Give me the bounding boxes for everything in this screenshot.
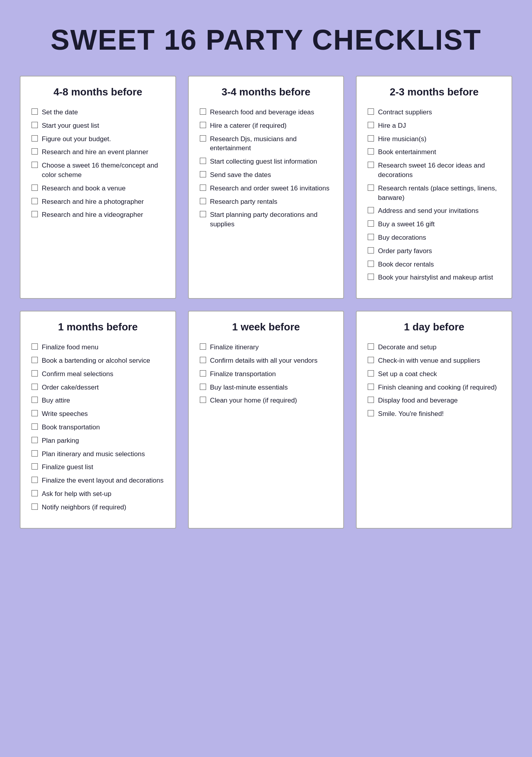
checkbox-icon[interactable]	[32, 108, 38, 115]
list-item[interactable]: Buy decorations	[368, 233, 500, 242]
list-item[interactable]: Finalize guest list	[32, 462, 164, 472]
list-item[interactable]: Research and order sweet 16 invitations	[200, 184, 333, 193]
checkbox-icon[interactable]	[200, 122, 206, 128]
list-item[interactable]: Buy last-minute essentials	[200, 383, 333, 392]
checkbox-icon[interactable]	[368, 384, 374, 390]
checkbox-icon[interactable]	[32, 397, 38, 403]
list-item[interactable]: Finish cleaning and cooking (if required…	[368, 383, 500, 392]
checkbox-icon[interactable]	[32, 410, 38, 416]
list-item[interactable]: Book transportation	[32, 423, 164, 432]
list-item[interactable]: Set the date	[32, 108, 164, 117]
list-item[interactable]: Contract suppliers	[368, 108, 500, 117]
checkbox-icon[interactable]	[200, 185, 206, 191]
list-item[interactable]: Plan parking	[32, 436, 164, 446]
checkbox-icon[interactable]	[368, 234, 374, 240]
checkbox-icon[interactable]	[32, 503, 38, 510]
list-item[interactable]: Research party rentals	[200, 197, 333, 207]
checkbox-icon[interactable]	[368, 108, 374, 115]
checkbox-icon[interactable]	[32, 122, 38, 128]
checkbox-icon[interactable]	[368, 122, 374, 128]
checkbox-icon[interactable]	[200, 397, 206, 403]
list-item[interactable]: Confirm details with all your vendors	[200, 356, 333, 365]
checkbox-icon[interactable]	[32, 198, 38, 204]
list-item[interactable]: Book your hairstylist and makeup artist	[368, 273, 500, 282]
checkbox-icon[interactable]	[32, 490, 38, 496]
list-item[interactable]: Display food and beverage	[368, 396, 500, 405]
checkbox-icon[interactable]	[368, 220, 374, 227]
list-item[interactable]: Book decor rentals	[368, 260, 500, 269]
list-item[interactable]: Research sweet 16 decor ideas and decora…	[368, 161, 500, 180]
list-item[interactable]: Research and hire an event planner	[32, 147, 164, 157]
checkbox-icon[interactable]	[32, 185, 38, 191]
checkbox-icon[interactable]	[368, 370, 374, 377]
checkbox-icon[interactable]	[368, 274, 374, 280]
list-item[interactable]: Order party favors	[368, 246, 500, 256]
list-item[interactable]: Confirm meal selections	[32, 369, 164, 379]
list-item[interactable]: Ask for help with set-up	[32, 489, 164, 499]
checkbox-icon[interactable]	[32, 423, 38, 430]
list-item[interactable]: Finalize food menu	[32, 343, 164, 352]
checkbox-icon[interactable]	[32, 437, 38, 443]
list-item[interactable]: Address and send your invitations	[368, 206, 500, 216]
checkbox-icon[interactable]	[32, 343, 38, 350]
checkbox-icon[interactable]	[368, 343, 374, 350]
checkbox-icon[interactable]	[32, 370, 38, 377]
checkbox-icon[interactable]	[200, 135, 206, 142]
checkbox-icon[interactable]	[200, 198, 206, 204]
list-item[interactable]: Set up a coat check	[368, 369, 500, 379]
list-item[interactable]: Choose a sweet 16 theme/concept and colo…	[32, 161, 164, 180]
list-item[interactable]: Finalize itinerary	[200, 343, 333, 352]
list-item[interactable]: Hire musician(s)	[368, 134, 500, 144]
checkbox-icon[interactable]	[368, 148, 374, 155]
checkbox-icon[interactable]	[32, 477, 38, 483]
list-item[interactable]: Clean your home (if required)	[200, 396, 333, 405]
checkbox-icon[interactable]	[32, 384, 38, 390]
list-item[interactable]: Hire a caterer (if required)	[200, 121, 333, 131]
checkbox-icon[interactable]	[200, 357, 206, 363]
checkbox-icon[interactable]	[32, 162, 38, 168]
list-item[interactable]: Research rentals (place settings, linens…	[368, 184, 500, 203]
list-item[interactable]: Start collecting guest list information	[200, 157, 333, 166]
checkbox-icon[interactable]	[200, 370, 206, 377]
checkbox-icon[interactable]	[368, 185, 374, 191]
list-item[interactable]: Notify neighbors (if required)	[32, 503, 164, 512]
list-item[interactable]: Smile. You're finished!	[368, 409, 500, 419]
list-item[interactable]: Finalize transportation	[200, 369, 333, 379]
list-item[interactable]: Research and book a venue	[32, 184, 164, 193]
list-item[interactable]: Hire a DJ	[368, 121, 500, 131]
list-item[interactable]: Research food and beverage ideas	[200, 108, 333, 117]
list-item[interactable]: Buy a sweet 16 gift	[368, 220, 500, 229]
checkbox-icon[interactable]	[368, 397, 374, 403]
checkbox-icon[interactable]	[32, 463, 38, 470]
checkbox-icon[interactable]	[368, 261, 374, 267]
list-item[interactable]: Check-in with venue and suppliers	[368, 356, 500, 365]
checkbox-icon[interactable]	[368, 247, 374, 254]
checkbox-icon[interactable]	[32, 357, 38, 363]
checkbox-icon[interactable]	[368, 410, 374, 416]
list-item[interactable]: Send save the dates	[200, 170, 333, 180]
checkbox-icon[interactable]	[32, 211, 38, 217]
list-item[interactable]: Research Djs, musicians and entertainmen…	[200, 134, 333, 153]
checkbox-icon[interactable]	[368, 162, 374, 168]
checkbox-icon[interactable]	[368, 135, 374, 142]
list-item[interactable]: Start planning party decorations and sup…	[200, 210, 333, 229]
checkbox-icon[interactable]	[200, 384, 206, 390]
list-item[interactable]: Buy attire	[32, 396, 164, 405]
checkbox-icon[interactable]	[32, 135, 38, 142]
list-item[interactable]: Write speeches	[32, 409, 164, 419]
list-item[interactable]: Plan itinerary and music selections	[32, 449, 164, 459]
list-item[interactable]: Research and hire a videographer	[32, 210, 164, 220]
checkbox-icon[interactable]	[200, 211, 206, 217]
list-item[interactable]: Research and hire a photographer	[32, 197, 164, 207]
list-item[interactable]: Decorate and setup	[368, 343, 500, 352]
checkbox-icon[interactable]	[368, 357, 374, 363]
checkbox-icon[interactable]	[368, 207, 374, 213]
checkbox-icon[interactable]	[200, 158, 206, 164]
checkbox-icon[interactable]	[200, 108, 206, 115]
checkbox-icon[interactable]	[200, 343, 206, 350]
list-item[interactable]: Start your guest list	[32, 121, 164, 131]
list-item[interactable]: Order cake/dessert	[32, 383, 164, 392]
checkbox-icon[interactable]	[32, 148, 38, 155]
list-item[interactable]: Book a bartending or alcohol service	[32, 356, 164, 365]
list-item[interactable]: Finalize the event layout and decoration…	[32, 476, 164, 485]
